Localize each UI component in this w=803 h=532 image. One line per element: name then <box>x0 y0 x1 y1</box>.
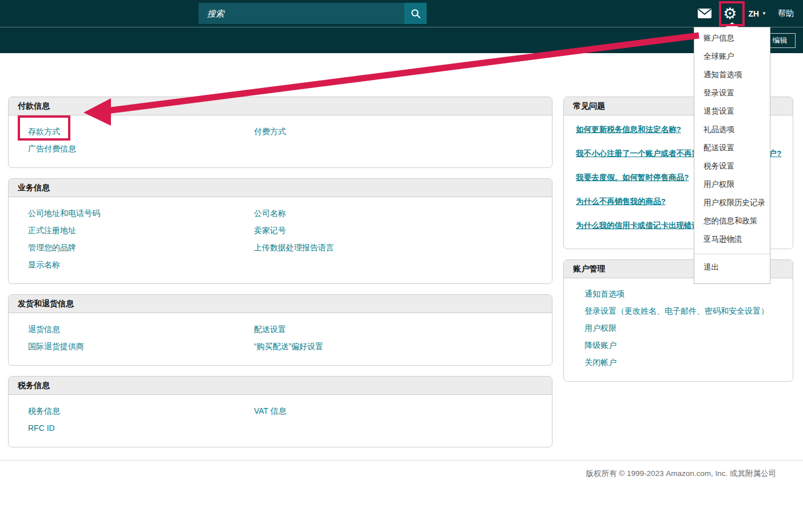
menu-item-global-accounts[interactable]: 全球账户 <box>694 47 770 66</box>
menu-item-notification-preferences[interactable]: 通知首选项 <box>694 66 770 84</box>
search-icon <box>411 9 421 19</box>
menu-item-account-info[interactable]: 账户信息 <box>694 29 770 47</box>
settings-left-column: 付款信息 存款方式 广告付费信息 付费方式 业务信息 公司地址和电话号码 正式注… <box>8 97 552 458</box>
help-link[interactable]: 帮助 <box>778 9 794 19</box>
language-selector[interactable]: ZH ▼ <box>748 9 766 18</box>
menu-separator <box>694 254 770 254</box>
faq-link-not-selling[interactable]: 为什么不再销售我的商品? <box>576 190 666 214</box>
topbar-actions: ⚙ ZH ▼ 帮助 <box>698 0 803 27</box>
business-info-panel: 业务信息 公司地址和电话号码 正式注册地址 管理您的品牌 显示名称 公司名称 卖… <box>8 178 552 284</box>
link-tax-information[interactable]: 税务信息 <box>28 402 60 419</box>
payment-info-panel: 付款信息 存款方式 广告付费信息 付费方式 <box>8 97 552 168</box>
menu-item-shipping-settings[interactable]: 配送设置 <box>694 139 770 157</box>
link-company-name[interactable]: 公司名称 <box>254 205 286 222</box>
link-manage-your-brands[interactable]: 管理您的品牌 <box>28 239 76 256</box>
top-navigation-bar: ⚙ ZH ▼ 帮助 <box>0 0 803 27</box>
panel-title: 付款信息 <box>9 97 552 115</box>
link-company-address-phone[interactable]: 公司地址和电话号码 <box>28 205 100 222</box>
faq-link-vacation[interactable]: 我要去度假。如何暂时停售商品? <box>576 166 689 190</box>
menu-item-sign-out[interactable]: 退出 <box>694 258 770 277</box>
link-deposit-methods[interactable]: 存款方式 <box>28 123 60 140</box>
menu-item-gift-options[interactable]: 礼品选项 <box>694 121 770 139</box>
copyright-text: 版权所有 © 1999-2023 Amazon.com, Inc. 或其附属公司 <box>0 469 803 479</box>
link-official-registered-address[interactable]: 正式注册地址 <box>28 222 76 239</box>
link-display-name[interactable]: 显示名称 <box>28 256 60 273</box>
link-user-permissions[interactable]: 用户权限 <box>585 319 617 337</box>
settings-gear-icon[interactable]: ⚙ <box>723 6 737 21</box>
link-close-account[interactable]: 关闭帐户 <box>585 354 617 371</box>
menu-item-return-settings[interactable]: 退货设置 <box>694 102 770 121</box>
link-charge-methods[interactable]: 付费方式 <box>254 123 286 140</box>
chevron-down-icon: ▼ <box>762 11 766 16</box>
secondary-bar <box>0 27 803 53</box>
tax-info-panel: 税务信息 税务信息 RFC ID VAT 信息 <box>8 376 552 447</box>
menu-item-login-settings[interactable]: 登录设置 <box>694 84 770 102</box>
search-bar <box>198 3 427 24</box>
link-shipping-settings[interactable]: 配送设置 <box>254 321 286 338</box>
search-input[interactable] <box>198 3 404 24</box>
faq-link-update-tax-info[interactable]: 如何更新税务信息和法定名称? <box>576 118 681 142</box>
messages-icon[interactable] <box>698 9 711 18</box>
menu-item-fulfillment-by-amazon[interactable]: 亚马逊物流 <box>694 230 770 249</box>
link-feed-report-language[interactable]: 上传数据处理报告语言 <box>254 239 334 256</box>
panel-title: 业务信息 <box>9 179 552 197</box>
footer: 版权所有 © 1999-2023 Amazon.com, Inc. 或其附属公司 <box>0 460 803 479</box>
link-downgrade-account[interactable]: 降级账户 <box>585 337 617 354</box>
dropdown-caret <box>725 22 739 27</box>
link-merchant-token[interactable]: 卖家记号 <box>254 222 286 239</box>
link-login-settings[interactable]: 登录设置（更改姓名、电子邮件、密码和安全设置） <box>585 302 769 319</box>
menu-item-your-info-policies[interactable]: 您的信息和政策 <box>694 212 770 230</box>
link-vat-information[interactable]: VAT 信息 <box>254 402 287 419</box>
search-button[interactable] <box>404 3 427 24</box>
menu-item-user-permissions-history[interactable]: 用户权限历史记录 <box>694 194 770 212</box>
panel-title: 发货和退货信息 <box>9 295 552 313</box>
link-notification-preferences[interactable]: 通知首选项 <box>585 285 625 302</box>
link-return-info[interactable]: 退货信息 <box>28 321 60 338</box>
link-rfc-id[interactable]: RFC ID <box>28 419 55 437</box>
language-label: ZH <box>748 9 759 18</box>
link-ad-payment-info[interactable]: 广告付费信息 <box>28 140 76 157</box>
menu-item-tax-settings[interactable]: 税务设置 <box>694 157 770 175</box>
link-international-returns-providers[interactable]: 国际退货提供商 <box>28 338 84 355</box>
shipping-returns-panel: 发货和退货信息 退货信息 国际退货提供商 配送设置 “购买配送”偏好设置 <box>8 294 552 366</box>
settings-dropdown-menu: 账户信息 全球账户 通知首选项 登录设置 退货设置 礼品选项 配送设置 税务设置… <box>694 27 770 284</box>
menu-item-user-permissions[interactable]: 用户权限 <box>694 175 770 194</box>
panel-title: 税务信息 <box>9 377 552 395</box>
link-buy-shipping-preferences[interactable]: “购买配送”偏好设置 <box>254 338 323 355</box>
